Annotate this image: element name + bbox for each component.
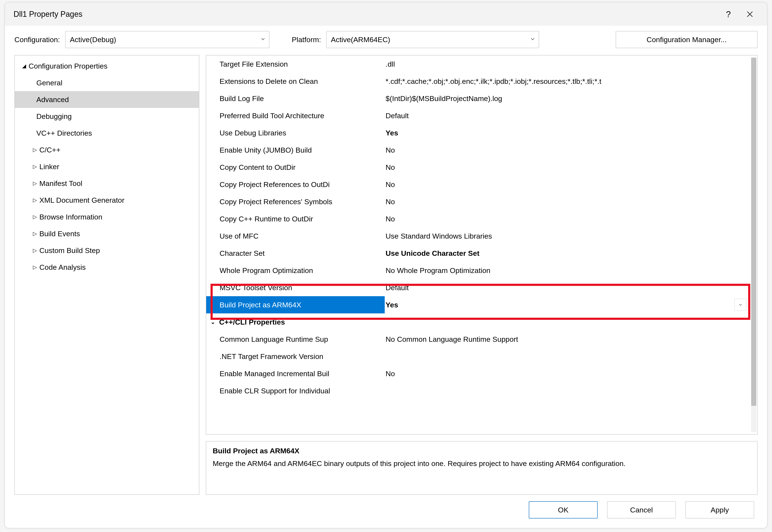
tree-item-vc-directories[interactable]: VC++ Directories xyxy=(15,125,199,141)
property-name[interactable]: Preferred Build Tool Architecture xyxy=(206,107,385,124)
property-name[interactable]: Copy Project References to OutDi xyxy=(206,176,385,193)
property-name[interactable]: Copy Project References' Symbols xyxy=(206,193,385,210)
chevron-down-icon xyxy=(530,35,536,44)
property-value[interactable]: Default xyxy=(385,279,757,296)
configuration-manager-button[interactable]: Configuration Manager... xyxy=(616,31,758,48)
tree-item-manifest-tool[interactable]: ▷Manifest Tool xyxy=(15,175,199,192)
tree-item-label: Manifest Tool xyxy=(39,179,82,188)
property-name[interactable]: Enable Unity (JUMBO) Build xyxy=(206,141,385,159)
help-icon[interactable]: ? xyxy=(718,6,739,23)
tree-item-c-c-[interactable]: ▷C/C++ xyxy=(15,141,199,158)
property-value[interactable]: No xyxy=(385,141,757,159)
tree-item-general[interactable]: General xyxy=(15,74,199,91)
property-name[interactable]: Build Log File xyxy=(206,90,385,107)
description-title: Build Project as ARM64X xyxy=(213,447,751,455)
property-value[interactable]: Default xyxy=(385,107,757,124)
property-value[interactable] xyxy=(385,348,757,365)
tree-item-label: Debugging xyxy=(36,112,72,121)
tree-item-linker[interactable]: ▷Linker xyxy=(15,158,199,175)
property-value[interactable]: No xyxy=(385,176,757,193)
vertical-scrollbar[interactable] xyxy=(751,58,756,432)
platform-combo[interactable]: Active(ARM64EC) xyxy=(326,31,539,48)
tree-root-label: Configuration Properties xyxy=(29,62,107,70)
category-tree[interactable]: ◢ Configuration Properties GeneralAdvanc… xyxy=(14,55,199,495)
property-value[interactable]: Yes xyxy=(385,296,757,313)
tree-item-advanced[interactable]: Advanced xyxy=(15,91,199,108)
ok-button[interactable]: OK xyxy=(529,501,598,518)
tree-item-debugging[interactable]: Debugging xyxy=(15,108,199,125)
triangle-right-icon: ▷ xyxy=(32,147,38,153)
property-value[interactable]: No xyxy=(385,159,757,176)
property-name[interactable]: Common Language Runtime Sup xyxy=(206,331,385,348)
apply-button[interactable]: Apply xyxy=(685,501,754,518)
triangle-down-icon: ◢ xyxy=(21,63,27,69)
tree-item-code-analysis[interactable]: ▷Code Analysis xyxy=(15,259,199,276)
configuration-label: Configuration: xyxy=(14,35,60,44)
configuration-value: Active(Debug) xyxy=(70,35,116,44)
triangle-right-icon: ▷ xyxy=(32,247,38,253)
property-grid: Target File Extension.dllExtensions to D… xyxy=(206,55,758,435)
platform-label: Platform: xyxy=(292,35,321,44)
property-group-header[interactable]: ⌄C++/CLI Properties xyxy=(206,313,757,331)
triangle-right-icon: ▷ xyxy=(32,214,38,220)
chevron-down-icon: ⌄ xyxy=(210,319,215,325)
property-value[interactable] xyxy=(385,382,757,399)
tree-item-label: Code Analysis xyxy=(39,263,86,271)
property-name[interactable]: Build Project as ARM64X xyxy=(206,296,385,313)
configuration-combo[interactable]: Active(Debug) xyxy=(65,31,269,48)
property-value[interactable]: .dll xyxy=(385,55,757,73)
property-name[interactable]: Enable Managed Incremental Buil xyxy=(206,365,385,382)
triangle-right-icon: ▷ xyxy=(32,180,38,186)
cancel-button[interactable]: Cancel xyxy=(607,501,676,518)
config-row: Configuration: Active(Debug) Platform: A… xyxy=(5,26,767,51)
property-name[interactable]: Copy C++ Runtime to OutDir xyxy=(206,210,385,227)
window-title: Dll1 Property Pages xyxy=(14,10,718,19)
property-pages-dialog: Dll1 Property Pages ? Configuration: Act… xyxy=(5,2,767,528)
tree-item-browse-information[interactable]: ▷Browse Information xyxy=(15,209,199,225)
triangle-right-icon: ▷ xyxy=(32,264,38,270)
property-name[interactable]: MSVC Toolset Version xyxy=(206,279,385,296)
tree-item-label: Browse Information xyxy=(39,213,102,221)
property-value[interactable]: No xyxy=(385,193,757,210)
description-text: Merge the ARM64 and ARM64EC binary outpu… xyxy=(213,458,751,469)
tree-item-label: Build Events xyxy=(39,230,80,238)
triangle-right-icon: ▷ xyxy=(32,197,38,203)
property-name[interactable]: Target File Extension xyxy=(206,55,385,73)
property-value[interactable]: Yes xyxy=(385,124,757,141)
tree-root[interactable]: ◢ Configuration Properties xyxy=(15,58,199,74)
scrollbar-thumb[interactable] xyxy=(751,58,756,406)
chevron-down-icon xyxy=(260,35,266,44)
tree-item-label: Linker xyxy=(39,163,59,171)
tree-item-label: XML Document Generator xyxy=(39,196,124,204)
tree-item-label: C/C++ xyxy=(39,146,60,154)
property-name[interactable]: Use of MFC xyxy=(206,227,385,245)
property-name[interactable]: Enable CLR Support for Individual xyxy=(206,382,385,399)
property-value[interactable]: No Whole Program Optimization xyxy=(385,262,757,279)
property-value[interactable]: $(IntDir)$(MSBuildProjectName).log xyxy=(385,90,757,107)
titlebar: Dll1 Property Pages ? xyxy=(5,3,767,26)
platform-value: Active(ARM64EC) xyxy=(331,35,390,44)
tree-item-custom-build-step[interactable]: ▷Custom Build Step xyxy=(15,242,199,259)
property-name[interactable]: Whole Program Optimization xyxy=(206,262,385,279)
property-value[interactable]: No xyxy=(385,365,757,382)
property-value[interactable]: *.cdf;*.cache;*.obj;*.obj.enc;*.ilk;*.ip… xyxy=(385,73,757,90)
tree-item-label: VC++ Directories xyxy=(36,129,92,137)
property-value[interactable]: No xyxy=(385,210,757,227)
chevron-down-icon[interactable] xyxy=(734,299,746,311)
description-panel: Build Project as ARM64X Merge the ARM64 … xyxy=(206,441,758,495)
tree-item-build-events[interactable]: ▷Build Events xyxy=(15,225,199,242)
tree-item-xml-document-generator[interactable]: ▷XML Document Generator xyxy=(15,192,199,209)
dialog-footer: OK Cancel Apply xyxy=(5,495,767,528)
close-icon[interactable] xyxy=(739,6,761,23)
triangle-right-icon: ▷ xyxy=(32,164,38,170)
property-name[interactable]: Character Set xyxy=(206,245,385,262)
triangle-right-icon: ▷ xyxy=(32,231,38,237)
property-name[interactable]: Extensions to Delete on Clean xyxy=(206,73,385,90)
property-name[interactable]: Use Debug Libraries xyxy=(206,124,385,141)
tree-item-label: General xyxy=(36,79,62,87)
property-value[interactable]: Use Unicode Character Set xyxy=(385,245,757,262)
property-value[interactable]: No Common Language Runtime Support xyxy=(385,331,757,348)
property-name[interactable]: .NET Target Framework Version xyxy=(206,348,385,365)
property-name[interactable]: Copy Content to OutDir xyxy=(206,159,385,176)
property-value[interactable]: Use Standard Windows Libraries xyxy=(385,227,757,245)
